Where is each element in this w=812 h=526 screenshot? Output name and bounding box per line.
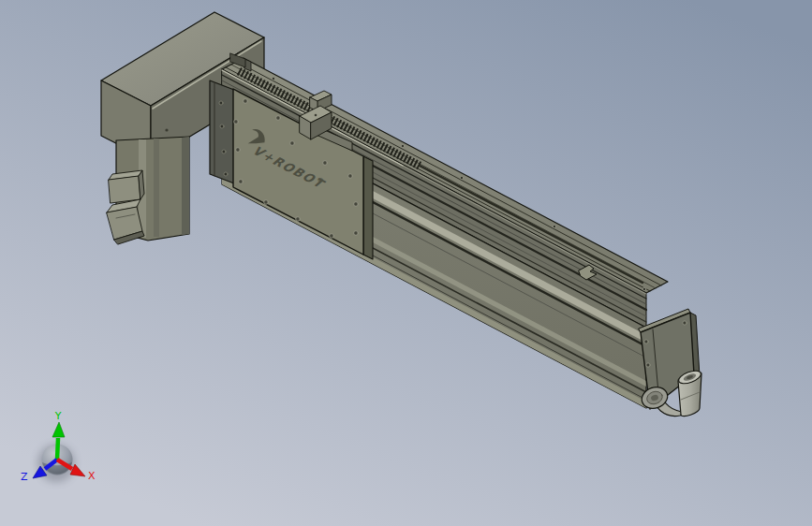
axis-y-label: Y <box>54 410 62 422</box>
bracket-face <box>210 80 234 183</box>
carriage-side-thickness <box>363 156 373 259</box>
cad-viewport[interactable]: V+ROBOT ® <box>0 0 812 526</box>
motor-body-right-shade <box>182 137 189 235</box>
axis-z-label: Z <box>21 471 28 483</box>
motor-body-strip-dark <box>154 139 159 237</box>
axis-x-label: X <box>88 470 96 482</box>
motor-housing-screw <box>165 128 168 131</box>
rail-left-end-bracket <box>210 80 234 183</box>
motor-connector-upper <box>109 170 144 203</box>
